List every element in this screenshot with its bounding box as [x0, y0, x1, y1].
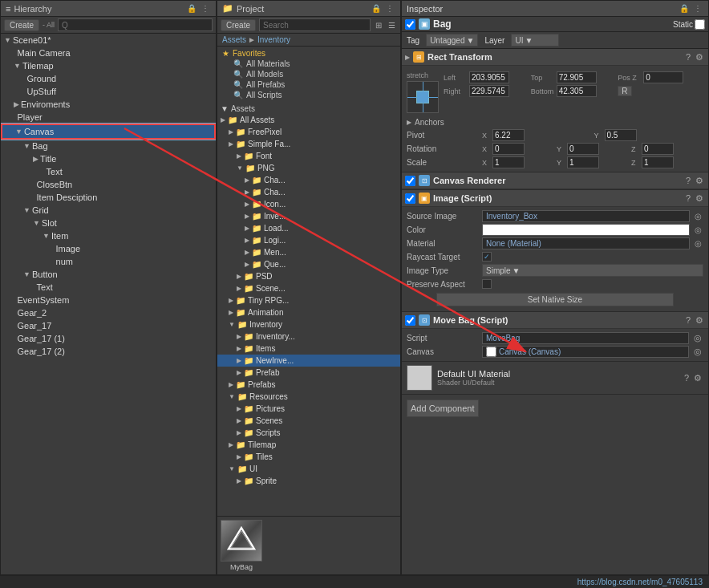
folder-pictures[interactable]: ▶ 📁 Pictures — [217, 403, 400, 415]
tree-item-text2[interactable]: Text — [1, 281, 216, 294]
material-field[interactable]: None (Material) — [482, 237, 690, 249]
project-create-btn[interactable]: Create — [221, 19, 256, 31]
move-bag-help-btn[interactable]: ? — [684, 315, 692, 325]
material-help-btn[interactable]: ? — [683, 373, 691, 383]
rect-r-btn[interactable]: R — [618, 85, 703, 97]
folder-men-[interactable]: ▶ 📁 Men... — [217, 246, 400, 258]
layer-dropdown[interactable]: UI ▼ — [511, 34, 559, 47]
pivot-x-field[interactable] — [492, 129, 525, 141]
folder-freepixel[interactable]: ▶ 📁 FreePixel — [217, 126, 400, 138]
folder-simple-fa-[interactable]: ▶ 📁 Simple Fa... — [217, 138, 400, 150]
right-input[interactable] — [469, 85, 509, 97]
folder-icon-[interactable]: ▶ 📁 Icon... — [217, 198, 400, 210]
tree-item-gear2[interactable]: Gear_2 — [1, 306, 216, 319]
stretch-box[interactable] — [407, 81, 439, 113]
image-settings-btn[interactable]: ⚙ — [694, 193, 705, 204]
raycast-checkbox[interactable] — [482, 252, 492, 262]
rect-settings-btn[interactable]: ⚙ — [694, 52, 705, 63]
object-active-checkbox[interactable] — [405, 19, 415, 30]
color-picker[interactable]: ◎ — [693, 225, 703, 234]
tree-item-canvas[interactable]: ▼ Canvas — [1, 124, 216, 140]
color-field[interactable] — [482, 224, 690, 236]
tree-item-grid[interactable]: ▼ Grid — [1, 204, 216, 217]
tree-item-button[interactable]: ▼ Button — [1, 268, 216, 281]
tree-item-closebtn[interactable]: CloseBtn — [1, 178, 216, 191]
tree-item-tilemap[interactable]: ▼ Tilemap — [1, 59, 216, 72]
hierarchy-menu-btn[interactable]: ⋮ — [200, 4, 211, 13]
breadcrumb-inventory[interactable]: Inventory — [257, 35, 290, 44]
posz-input[interactable] — [643, 71, 683, 83]
rect-transform-header[interactable]: ▶ ⊞ Rect Transform ? ⚙ — [402, 49, 708, 66]
hierarchy-search[interactable] — [58, 18, 213, 31]
folder-inve-[interactable]: ▶ 📁 Inve... — [217, 210, 400, 222]
preserve-aspect-checkbox[interactable] — [482, 279, 492, 289]
image-type-dropdown[interactable]: Simple ▼ — [482, 264, 703, 277]
rotation-y-field[interactable] — [567, 143, 599, 155]
script-picker[interactable]: ◎ — [692, 333, 703, 343]
tree-item-bag[interactable]: ▼ Bag — [1, 140, 216, 152]
inspector-menu-btn[interactable]: ⋮ — [692, 4, 703, 13]
folder-all-assets[interactable]: ▶ 📁 All Assets — [217, 114, 400, 126]
folder-logi-[interactable]: ▶ 📁 Logi... — [217, 234, 400, 246]
folder-resources[interactable]: ▼ 📁 Resources — [217, 391, 400, 403]
folder-sprite[interactable]: ▶ 📁 Sprite — [217, 475, 400, 487]
pivot-y-field[interactable] — [605, 129, 637, 141]
fav-item-all-scripts[interactable]: 🔍All Scripts — [221, 90, 397, 100]
folder-tiny-rpg-[interactable]: ▶ 📁 Tiny RPG... — [217, 294, 400, 306]
project-lock-btn[interactable]: 🔒 — [370, 4, 383, 13]
material-settings-btn[interactable]: ⚙ — [692, 373, 703, 383]
folder-tiles[interactable]: ▶ 📁 Tiles — [217, 451, 400, 463]
tree-item-item-desc[interactable]: Item Desciption — [1, 191, 216, 204]
tree-item-gear17-1[interactable]: Gear_17 (1) — [1, 332, 216, 345]
r-button[interactable]: R — [618, 86, 631, 96]
canvas-renderer-header[interactable]: ⊡ Canvas Renderer ? ⚙ — [402, 172, 708, 189]
canvas-picker[interactable]: ◎ — [692, 347, 703, 357]
project-menu-btn[interactable]: ⋮ — [384, 4, 395, 13]
canvas-renderer-settings-btn[interactable]: ⚙ — [694, 176, 705, 186]
tree-item-text[interactable]: Text — [1, 165, 216, 178]
folder-inventory-[interactable]: ▶ 📁 Inventory... — [217, 330, 400, 343]
material-picker[interactable]: ◎ — [693, 239, 703, 248]
mybag-asset[interactable]: MyBag — [221, 520, 262, 571]
fav-item-all-prefabs[interactable]: 🔍All Prefabs — [221, 79, 397, 90]
folder-load-[interactable]: ▶ 📁 Load... — [217, 222, 400, 234]
folder-items[interactable]: ▶ 📁 Items — [217, 343, 400, 355]
rotation-x-field[interactable] — [492, 143, 525, 155]
project-search[interactable] — [259, 18, 371, 31]
native-size-btn[interactable]: Set Native Size — [436, 293, 674, 306]
folder-newinve-[interactable]: ▶ 📁 NewInve... — [217, 355, 400, 367]
fav-item-all-materials[interactable]: 🔍All Materials — [221, 59, 397, 69]
move-bag-enabled[interactable] — [405, 315, 415, 326]
tree-item-item[interactable]: ▼ Item — [1, 229, 216, 242]
static-checkbox[interactable] — [695, 19, 705, 30]
source-image-field[interactable]: Inventory_Box — [482, 210, 690, 222]
hierarchy-lock-btn[interactable]: 🔒 — [185, 4, 198, 13]
move-bag-settings-btn[interactable]: ⚙ — [694, 315, 705, 326]
add-component-btn[interactable]: Add Component — [407, 399, 479, 417]
tree-item-num[interactable]: num — [1, 255, 216, 268]
folder-cha-[interactable]: ▶ 📁 Cha... — [217, 174, 400, 186]
tree-item-upstuff[interactable]: UpStuff — [1, 85, 216, 98]
folder-inventory[interactable]: ▼ 📁 Inventory — [217, 318, 400, 330]
tree-item-gear17-2[interactable]: Gear_17 (2) — [1, 345, 216, 358]
project-list-btn[interactable]: ☰ — [387, 21, 397, 30]
left-input[interactable] — [469, 71, 509, 83]
folder-que-[interactable]: ▶ 📁 Que... — [217, 258, 400, 270]
folder-font[interactable]: ▶ 📁 Font — [217, 150, 400, 162]
canvas-checkbox[interactable] — [486, 347, 496, 357]
bottom-input[interactable] — [557, 85, 597, 97]
image-script-header[interactable]: ▣ Image (Script) ? ⚙ — [402, 190, 708, 207]
folder-prefabs[interactable]: ▶ 📁 Prefabs — [217, 379, 400, 391]
tree-item-gear17[interactable]: Gear_17 — [1, 319, 216, 332]
folder-prefab[interactable]: ▶ 📁 Prefab — [217, 367, 400, 379]
breadcrumb-assets[interactable]: Assets — [222, 35, 246, 44]
canvas-renderer-enabled[interactable] — [405, 176, 415, 186]
folder-psd[interactable]: ▶ 📁 PSD — [217, 270, 400, 282]
canvas-renderer-help-btn[interactable]: ? — [684, 176, 692, 185]
tree-item-ground[interactable]: Ground — [1, 72, 216, 85]
tree-item-player[interactable]: Player — [1, 111, 216, 124]
tree-item-image[interactable]: Image — [1, 242, 216, 255]
rotation-z-field[interactable] — [642, 143, 674, 155]
folder-ui[interactable]: ▼ 📁 UI — [217, 463, 400, 475]
rect-help-btn[interactable]: ? — [684, 52, 692, 62]
